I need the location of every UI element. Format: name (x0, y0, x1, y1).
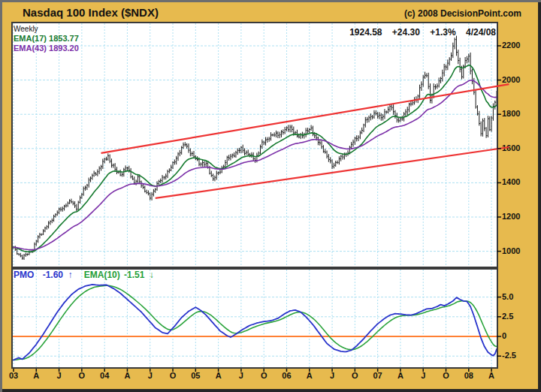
pmo-axis-tick-label: 2.5 (502, 312, 513, 321)
x-axis-label: 06 (277, 371, 296, 380)
price-axis-tick-label: 1200 (502, 212, 520, 221)
pmo-ema-value-label: -1.51 (124, 270, 144, 280)
x-axis-label: A (300, 371, 319, 380)
price-axis-tick-label: 1400 (502, 177, 520, 186)
x-axis-label: O (163, 371, 183, 380)
pmo-chart (11, 268, 498, 369)
pmo-up-arrow-icon: ↑ (68, 270, 72, 280)
x-axis-label: J (50, 371, 69, 380)
x-axis-label: 04 (95, 371, 114, 380)
x-axis-label: A (391, 371, 410, 380)
ema43-label: EMA(43) 1893.20 (14, 44, 79, 53)
pmo-axis-tick-label: 0 (502, 331, 506, 340)
x-axis-label: 08 (459, 371, 479, 380)
x-axis-label: 03 (4, 371, 23, 380)
price-axis-tick-label: 1000 (502, 246, 520, 255)
x-axis-label: A (117, 371, 137, 380)
quote-percent: +1.3% (430, 27, 455, 38)
x-axis-label: O (437, 371, 456, 380)
x-axis-label: J (231, 371, 251, 380)
pmo-axis-tick-label: 5.0 (502, 292, 513, 301)
pmo-value-label: -1.60 (43, 270, 63, 280)
x-axis-label: J (413, 371, 433, 380)
pmo-ema-name-label: EMA(10) (84, 270, 120, 280)
quote-line: 1924.58 +24.30 +1.3% 4/24/08 (342, 27, 496, 38)
price-axis-tick-label: 2200 (502, 41, 520, 50)
price-chart (11, 22, 498, 268)
page-title: Nasdaq 100 Index ($NDX) (23, 6, 159, 19)
pmo-legend: PMO -1.60 ↑ EMA(10) -1.51 ↓ (14, 270, 154, 280)
x-axis-label: 07 (368, 371, 388, 380)
quote-date: 4/24/08 (466, 27, 496, 38)
chart-frame: Nasdaq 100 Index ($NDX) (c) 2008 Decisio… (0, 0, 541, 392)
x-axis-label: 05 (186, 371, 205, 380)
x-axis-label: O (345, 371, 364, 380)
x-axis-label: O (72, 371, 92, 380)
pmo-name-label: PMO (14, 270, 34, 280)
x-axis-label: J (141, 371, 160, 380)
pmo-down-arrow-icon: ↓ (150, 270, 154, 280)
x-axis-label: A (26, 371, 46, 380)
quote-change: +24.30 (392, 27, 420, 38)
price-axis-tick-label: 1800 (502, 109, 520, 118)
x-axis-label: A (209, 371, 228, 380)
price-axis-tick-label: 1600 (502, 143, 520, 152)
x-axis-label: O (254, 371, 274, 380)
price-axis-tick-label: 2000 (502, 75, 520, 84)
copyright-text: (c) 2008 DecisionPoint.com (404, 8, 521, 19)
ema17-label: EMA(17) 1853.77 (14, 34, 79, 44)
quote-last: 1924.58 (349, 27, 382, 38)
x-axis-label: J (322, 371, 342, 380)
timeframe-label: Weekly (14, 24, 79, 34)
price-legend: Weekly EMA(17) 1853.77 EMA(43) 1893.20 (14, 24, 79, 53)
x-axis-label: A (482, 371, 501, 380)
pmo-axis-tick-label: -2.5 (502, 351, 516, 360)
